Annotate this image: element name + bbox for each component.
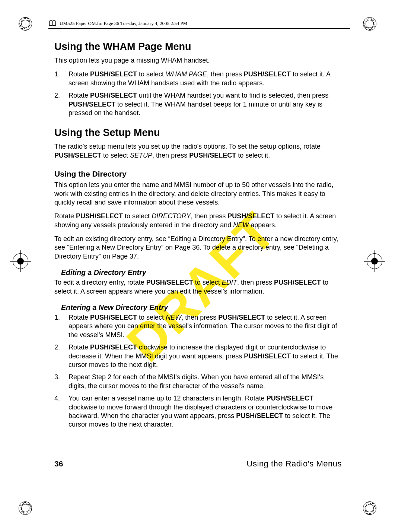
list-item: Rotate PUSH/SELECT to select NEW, then p…	[54, 313, 342, 339]
heading-edit-entry: Editing a Directory Entry	[61, 268, 342, 277]
list-item: Rotate PUSH/SELECT clockwise to increase…	[54, 343, 342, 369]
heading-directory: Using the Directory	[54, 170, 342, 178]
list-item: Rotate PUSH/SELECT to select WHAM PAGE, …	[54, 70, 342, 88]
running-header-text: UM525 Paper OM.fm Page 36 Tuesday, Janua…	[60, 20, 187, 26]
body-text: This option lets you page a missing WHAM…	[54, 56, 342, 65]
wham-steps: Rotate PUSH/SELECT to select WHAM PAGE, …	[54, 70, 342, 117]
body-text: This option lets you enter the name and …	[54, 181, 342, 207]
page-number: 36	[54, 459, 63, 468]
page-footer: 36 Using the Radio's Menus	[54, 459, 342, 469]
crop-mark-icon	[19, 501, 32, 515]
list-item: You can enter a vessel name up to 12 cha…	[54, 394, 342, 429]
body-text: To edit a directory entry, rotate PUSH/S…	[54, 278, 342, 296]
crop-mark-icon	[19, 17, 32, 31]
heading-wham: Using the WHAM Page Menu	[54, 41, 342, 53]
footer-section-title: Using the Radio's Menus	[247, 459, 342, 469]
body-text: Rotate PUSH/SELECT to select DIRECTORY, …	[54, 212, 342, 229]
running-header: UM525 Paper OM.fm Page 36 Tuesday, Janua…	[48, 19, 350, 29]
list-item: Rotate PUSH/SELECT until the WHAM handse…	[54, 91, 342, 117]
body-text: The radio's setup menu lets you set up t…	[54, 142, 342, 160]
crop-mark-icon	[363, 17, 376, 31]
crop-mark-icon	[363, 501, 376, 515]
body-text: To edit an existing directory entry, see…	[54, 235, 342, 261]
registration-mark-icon	[367, 253, 382, 269]
heading-new-entry: Entering a New Directory Entry	[61, 303, 342, 312]
new-entry-steps: Rotate PUSH/SELECT to select NEW, then p…	[54, 313, 342, 429]
book-icon	[48, 19, 57, 28]
list-item: Repeat Step 2 for each of the MMSI's dig…	[54, 373, 342, 390]
registration-mark-icon	[13, 253, 28, 269]
heading-setup: Using the Setup Menu	[54, 127, 342, 139]
